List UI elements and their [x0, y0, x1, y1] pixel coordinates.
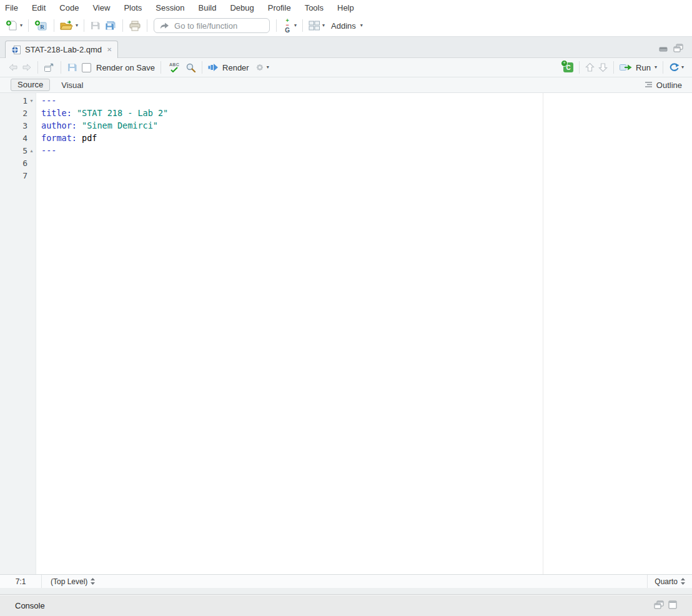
- code-line[interactable]: format: pdf: [36, 132, 692, 144]
- goto-file-function-box[interactable]: [154, 18, 270, 33]
- menu-item-help[interactable]: Help: [337, 1, 360, 14]
- new-file-button[interactable]: ▾: [4, 19, 24, 32]
- new-file-icon: [6, 20, 18, 31]
- save-icon: [90, 21, 101, 31]
- line-number[interactable]: 7: [0, 169, 36, 182]
- open-file-button[interactable]: ▾: [58, 19, 80, 32]
- line-number[interactable]: 3: [0, 119, 36, 132]
- back-button[interactable]: [6, 62, 20, 73]
- version-control-icon: +−G: [282, 18, 292, 34]
- editor-status-bar: 7:1 (Top Level) Quarto: [0, 574, 692, 588]
- addins-button[interactable]: Addins ▾: [327, 20, 365, 32]
- menu-item-code[interactable]: Code: [59, 1, 85, 14]
- code-editor[interactable]: 1▾2 3 4 5▴6 7 ---title: "STAT 218 - Lab …: [0, 93, 692, 574]
- version-control-button[interactable]: +−G ▾: [280, 17, 299, 35]
- menu-item-view[interactable]: View: [92, 1, 116, 14]
- tab-strip: STAT-218-Lab-2.qmd ✕: [0, 37, 692, 58]
- console-maximize-button[interactable]: [668, 600, 677, 611]
- go-to-previous-section-button[interactable]: [583, 61, 596, 74]
- toolbar-separator: [202, 61, 202, 74]
- code-token: "Sinem Demirci": [82, 120, 158, 130]
- maximize-pane-icon: [673, 44, 683, 52]
- workspace-panes-button[interactable]: ▾: [307, 19, 327, 32]
- print-button[interactable]: [127, 19, 143, 32]
- close-icon[interactable]: ✕: [107, 46, 112, 53]
- save-all-button[interactable]: [102, 19, 119, 32]
- fold-marker-icon[interactable]: ▾: [27, 98, 36, 104]
- chevron-down-icon[interactable]: ▾: [76, 23, 78, 28]
- menu-item-plots[interactable]: Plots: [124, 1, 148, 14]
- render-settings-button[interactable]: ▾: [253, 61, 271, 74]
- menu-item-file[interactable]: File: [5, 1, 24, 14]
- open-in-new-window-button[interactable]: [42, 62, 57, 74]
- scope-selector[interactable]: (Top Level): [51, 577, 95, 586]
- back-arrow-icon: [8, 63, 18, 72]
- tab-visual-mode[interactable]: Visual: [61, 81, 83, 90]
- spellcheck-button[interactable]: ABC: [165, 61, 184, 74]
- insert-chunk-button[interactable]: C+: [561, 61, 575, 74]
- code-line[interactable]: title: "STAT 218 - Lab 2": [36, 107, 692, 119]
- code-line[interactable]: author: "Sinem Demirci": [36, 119, 692, 132]
- tab-title: STAT-218-Lab-2.qmd: [25, 45, 102, 54]
- new-project-icon: R: [34, 20, 48, 31]
- chevron-down-icon[interactable]: ▾: [322, 23, 325, 28]
- menu-item-build[interactable]: Build: [199, 1, 223, 14]
- code-line[interactable]: ---: [36, 94, 692, 107]
- run-button[interactable]: Run ▾: [618, 62, 659, 74]
- source-pane: STAT-218-Lab-2.qmd ✕: [0, 37, 692, 588]
- search-icon: [185, 62, 196, 72]
- menu-item-tools[interactable]: Tools: [305, 1, 330, 14]
- up-arrow-icon: [585, 62, 595, 72]
- console-minimize-button[interactable]: [654, 600, 664, 611]
- minimize-pane-button[interactable]: [659, 44, 668, 55]
- chevron-down-icon[interactable]: ▾: [294, 23, 297, 28]
- fold-marker-empty: [27, 173, 36, 178]
- render-icon: [208, 63, 219, 72]
- line-number[interactable]: 1▾: [0, 94, 36, 107]
- fold-marker-icon[interactable]: ▴: [27, 148, 36, 154]
- down-arrow-icon: [598, 62, 608, 72]
- outline-toggle-button[interactable]: Outline: [644, 81, 682, 90]
- code-line[interactable]: [36, 157, 692, 169]
- menu-item-debug[interactable]: Debug: [230, 1, 260, 14]
- line-number[interactable]: 2: [0, 107, 36, 119]
- save-all-icon: [104, 21, 117, 31]
- menu-item-profile[interactable]: Profile: [268, 1, 297, 14]
- chevron-down-icon[interactable]: ▾: [267, 65, 269, 70]
- line-number[interactable]: 4: [0, 132, 36, 144]
- panes-grid-icon: [309, 21, 320, 31]
- new-project-button[interactable]: R: [32, 19, 50, 32]
- code-token: [72, 108, 77, 118]
- maximize-pane-button[interactable]: [673, 44, 683, 55]
- up-down-chooser-icon: [91, 578, 95, 585]
- forward-button[interactable]: [20, 62, 34, 73]
- outline-icon: [644, 81, 653, 89]
- toolbar-separator: [302, 19, 303, 32]
- menu-item-edit[interactable]: Edit: [32, 1, 52, 14]
- menu-item-session[interactable]: Session: [156, 1, 190, 14]
- tab-source-mode[interactable]: Source: [11, 79, 50, 91]
- toolbar-separator: [147, 19, 147, 32]
- save-button[interactable]: [88, 19, 102, 32]
- console-pane-header[interactable]: Console: [0, 594, 692, 616]
- chevron-down-icon[interactable]: ▾: [655, 65, 657, 70]
- code-line[interactable]: [36, 169, 692, 182]
- code-line[interactable]: ---: [36, 144, 692, 157]
- line-number[interactable]: 5▴: [0, 144, 36, 157]
- document-type-selector[interactable]: Quarto: [647, 575, 692, 588]
- chevron-down-icon[interactable]: ▾: [681, 65, 684, 70]
- chevron-down-icon[interactable]: ▾: [20, 23, 22, 28]
- render-on-save-label: Render on Save: [96, 63, 155, 72]
- source-document-button[interactable]: ▾: [667, 62, 686, 74]
- maximize-pane-icon: [668, 600, 677, 609]
- fold-marker-empty: [27, 123, 36, 129]
- line-number[interactable]: 6: [0, 157, 36, 169]
- find-replace-button[interactable]: [184, 61, 198, 74]
- render-on-save-checkbox[interactable]: [82, 63, 91, 72]
- line-number-gutter: 1▾2 3 4 5▴6 7: [0, 94, 36, 182]
- render-button[interactable]: Render: [206, 62, 253, 74]
- editor-save-button[interactable]: [65, 61, 79, 74]
- go-to-next-section-button[interactable]: [596, 61, 610, 74]
- tab-stat-218-lab-2[interactable]: STAT-218-Lab-2.qmd ✕: [5, 41, 118, 58]
- goto-file-function-input[interactable]: [173, 21, 264, 31]
